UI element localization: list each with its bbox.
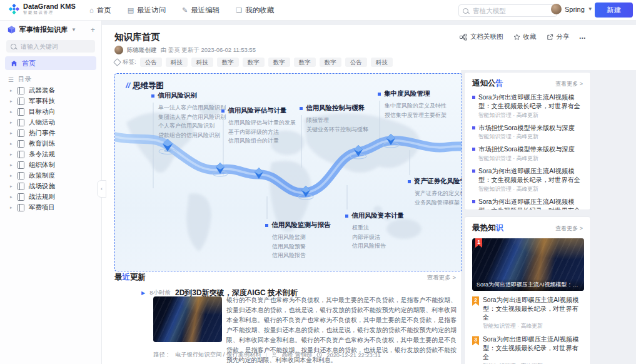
recent-see-more-link[interactable]: 查看更多 > bbox=[427, 274, 456, 282]
tag-chip[interactable]: 公告 bbox=[140, 58, 162, 67]
sidebar-search[interactable] bbox=[6, 40, 95, 53]
mindmap-node[interactable]: 集中度风险管理 集中度风险的定义及特性 授信集中度管理主要框架 bbox=[378, 89, 447, 119]
tag-chip[interactable]: 数字 bbox=[294, 58, 316, 67]
tag-chip[interactable]: 公告 bbox=[345, 58, 367, 67]
relation-graph-label: 文档关联图 bbox=[470, 33, 503, 41]
tag-chip[interactable]: 科技 bbox=[166, 58, 188, 67]
app-window: DataGrand KMS 智能知识管理 ⌂ 首页 ▤ 最近访问 ✎ 最近编辑 … bbox=[0, 0, 636, 364]
sidebar-item-organization[interactable]: ▸组织体制 bbox=[0, 159, 101, 170]
node-item: 单一法人客户信用风险识别 bbox=[158, 103, 226, 113]
user-menu[interactable]: Spring ▼ bbox=[551, 4, 593, 14]
notices-card: 通知公告 查看更多 > Sora为何出道即碾压主流AI视频模型：文生视频最长纪录… bbox=[464, 72, 591, 210]
node-title: 信用风险识别 bbox=[158, 91, 197, 100]
nav-recent-edit[interactable]: ✎ 最近编辑 bbox=[182, 6, 220, 15]
kb-title: 军事情报知识库 bbox=[19, 25, 68, 34]
tag-chip[interactable]: 数字 bbox=[217, 58, 239, 67]
nav-home[interactable]: ⌂ 首页 bbox=[89, 6, 111, 15]
notice-meta: 智能知识管理 · 高峰更新 bbox=[478, 155, 583, 163]
sidebar-item-budget[interactable]: ▸军费项目 bbox=[0, 202, 101, 213]
hot-item-title: Sora为何出道即碾压主流AI视频模型：文生视频最长纪录，对世界有全 bbox=[483, 335, 583, 361]
star-icon bbox=[513, 34, 520, 41]
home-icon: ⌂ bbox=[89, 7, 94, 14]
kb-selector[interactable]: 军事情报知识库 ▼ + bbox=[0, 20, 101, 37]
tag-chip[interactable]: 科技 bbox=[191, 58, 213, 67]
sidebar-item-battlefield[interactable]: ▸战场设施 bbox=[0, 181, 101, 191]
caret-icon: ▸ bbox=[10, 141, 18, 146]
sidebar-item-weapons[interactable]: ▸武器装备 bbox=[0, 85, 101, 96]
book-icon bbox=[18, 151, 24, 158]
share-button[interactable]: 分享 bbox=[547, 33, 570, 41]
sidebar-item-person-activity[interactable]: ▸人物活动 bbox=[0, 117, 101, 128]
sidebar-home-label: 首页 bbox=[22, 59, 36, 68]
node-item: 基于内部评级的方法 bbox=[228, 128, 296, 137]
mindmap-panel[interactable]: //思维导图 信用风险识别 单一法人客户信用风险识别 集团法人客户信用风险识别 … bbox=[114, 73, 462, 271]
tag-chip[interactable]: 科技 bbox=[371, 58, 393, 67]
node-title: 信用风险控制与缓释 bbox=[306, 104, 365, 113]
nav-recent-visit[interactable]: ▤ 最近访问 bbox=[128, 6, 166, 15]
node-item: 信用风险预警 bbox=[272, 242, 331, 251]
sidebar-item-education[interactable]: ▸教育训练 bbox=[0, 138, 101, 149]
nav-favorites[interactable]: ❏ 我的收藏 bbox=[236, 6, 274, 15]
caret-icon: ▸ bbox=[10, 109, 18, 114]
new-button[interactable]: 新建 bbox=[595, 3, 633, 18]
sidebar-item-label: 热门事件 bbox=[29, 129, 55, 138]
featured-knowledge[interactable]: 1 Sora为何出道即碾压主流AI视频模型：文生视频最… bbox=[472, 238, 584, 291]
notice-item[interactable]: 市场担忧Sora模型带来版权与深度 智能知识管理 · 高峰更新 bbox=[472, 145, 583, 163]
tag-chip[interactable]: 数字 bbox=[268, 58, 290, 67]
more-actions-button[interactable] bbox=[580, 33, 586, 41]
book-icon bbox=[18, 161, 24, 169]
hot-item[interactable]: 2 Sora为何出道即碾压主流AI视频模型：文生视频最长纪录，对世界有全 智能知… bbox=[472, 296, 583, 330]
directory-header[interactable]: ☰ 目录 bbox=[8, 75, 94, 84]
sidebar-item-home[interactable]: 首页 bbox=[5, 56, 96, 70]
tag-chip[interactable]: 数字 bbox=[320, 58, 341, 67]
sidebar-item-target-trends[interactable]: ▸目标动向 bbox=[0, 106, 101, 117]
relation-graph-button[interactable]: 文档关联图 bbox=[460, 33, 503, 41]
path-value[interactable]: 电子银行知识空间 / 银行案例材料 bbox=[175, 351, 261, 359]
sidebar-item-military-tech[interactable]: ▸军事科技 bbox=[0, 96, 101, 106]
mindmap-node[interactable]: 信用风险识别 单一法人客户信用风险识别 集团法人客户信用风险识别 个人客户信用风… bbox=[151, 91, 226, 139]
recent-item-thumbnail[interactable] bbox=[153, 296, 222, 342]
sidebar-item-hot-events[interactable]: ▸热门事件 bbox=[0, 128, 101, 138]
notice-item[interactable]: Sora为何出道即碾压主流AI视频模型：文生视频最长纪录，对世界有全 智能知识管… bbox=[472, 93, 583, 119]
caret-icon: ▸ bbox=[10, 152, 18, 157]
hot-see-more-link[interactable]: 查看更多 > bbox=[555, 225, 583, 233]
caret-icon: ▸ bbox=[10, 195, 18, 200]
add-button[interactable]: + bbox=[91, 26, 95, 34]
updated-time: 2020-12-21 22:23:31 bbox=[326, 352, 380, 358]
mindmap-node[interactable]: 信用风险监测与报告 信用风险监测 信用风险预警 信用风险报告 bbox=[265, 221, 331, 260]
node-item: 资产证券化的定义和分类 bbox=[415, 189, 462, 198]
mindmap-node[interactable]: 信用风险评估与计量 信用风险评估与计量的发展 基于内部评级的方法 信用风险组合的… bbox=[221, 106, 296, 146]
mindmap-node[interactable]: 信用风险控制与缓释 限额管理 关键业务环节控制与缓释 bbox=[300, 104, 368, 134]
sidebar-item-policy[interactable]: ▸政策制度 bbox=[0, 170, 101, 181]
mindmap-node[interactable]: 信用风险资本计量 权重法 内部评级法 信用风险报告 bbox=[345, 211, 404, 251]
brand-logo[interactable]: DataGrand KMS 智能知识管理 bbox=[9, 3, 76, 15]
node-title: 集中度风险管理 bbox=[384, 89, 430, 98]
global-search[interactable] bbox=[458, 4, 557, 17]
recent-visit-icon: ▤ bbox=[128, 7, 134, 14]
mindmap-node[interactable]: 资产证券化风险管理 资产证券化的定义和分类 业务风险管理框架 bbox=[408, 177, 462, 207]
sidebar-collapse-handle[interactable] bbox=[97, 180, 106, 198]
directory-tree: ▸武器装备 ▸军事科技 ▸目标动向 ▸人物活动 ▸热门事件 ▸教育训练 ▸条令法… bbox=[0, 85, 101, 213]
tag-chip[interactable]: 数字 bbox=[243, 58, 265, 67]
slashes-decoration: // bbox=[126, 81, 130, 90]
global-search-input[interactable] bbox=[472, 6, 553, 15]
tag-icon bbox=[113, 58, 121, 66]
hot-item[interactable]: 3 Sora为何出道即碾压主流AI视频模型：文生视频最长纪录，对世界有全 智能知… bbox=[472, 335, 583, 364]
author-name: 高峰 营销部 bbox=[281, 351, 312, 359]
sidebar-item-label: 战场设施 bbox=[29, 182, 55, 191]
book-icon bbox=[18, 204, 24, 211]
updated-info: 由 姜英 更新于 2023-06-02 11:53:55 bbox=[161, 46, 256, 54]
notice-item[interactable]: 市场担忧Sora模型带来版权与深度 智能知识管理 · 高峰更新 bbox=[472, 124, 583, 141]
notice-item[interactable]: Sora为何出道即碾压主流AI视频模型：文生视频最长纪录，对世界有全 智能知识管… bbox=[472, 198, 583, 210]
sidebar-item-tactics[interactable]: ▸战法规则 bbox=[0, 191, 101, 202]
sidebar-search-input[interactable] bbox=[19, 43, 91, 51]
notice-title: Sora为何出道即碾压主流AI视频模型：文生视频最长纪录，对世界有全 bbox=[478, 198, 583, 210]
notice-item[interactable]: Sora为何出道即碾压主流AI视频模型：文生视频最长纪录，对世界有全 智能知识管… bbox=[472, 167, 583, 193]
featured-caption: Sora为何出道即碾压主流AI视频模型：文生视频最… bbox=[472, 279, 584, 291]
notices-see-more-link[interactable]: 查看更多 > bbox=[555, 80, 583, 88]
sidebar-item-regulations[interactable]: ▸条令法规 bbox=[0, 149, 101, 159]
book-icon bbox=[18, 193, 24, 201]
list-icon: ☰ bbox=[8, 76, 14, 83]
favorite-button[interactable]: 收藏 bbox=[513, 33, 537, 41]
directory-label: 目录 bbox=[18, 75, 31, 84]
